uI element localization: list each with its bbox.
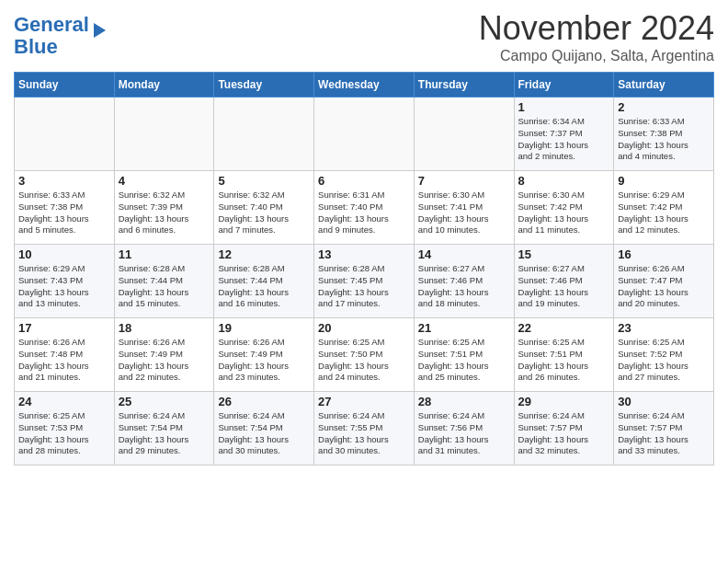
day-number: 25 — [119, 395, 210, 408]
day-info: Sunrise: 6:34 AM Sunset: 7:37 PM Dayligh… — [518, 116, 610, 163]
day-info: Sunrise: 6:24 AM Sunset: 7:57 PM Dayligh… — [518, 410, 610, 457]
day-number: 8 — [518, 174, 610, 188]
logo-blue: Blue — [14, 35, 58, 58]
calendar-cell: 16Sunrise: 6:26 AM Sunset: 7:47 PM Dayli… — [614, 245, 714, 318]
day-info: Sunrise: 6:26 AM Sunset: 7:47 PM Dayligh… — [618, 263, 710, 310]
day-number: 13 — [318, 247, 410, 261]
calendar-week-4: 17Sunrise: 6:26 AM Sunset: 7:48 PM Dayli… — [15, 318, 714, 392]
weekday-header-row: SundayMondayTuesdayWednesdayThursdayFrid… — [15, 73, 714, 98]
calendar-cell: 24Sunrise: 6:25 AM Sunset: 7:53 PM Dayli… — [15, 392, 115, 465]
calendar-cell: 3Sunrise: 6:33 AM Sunset: 7:38 PM Daylig… — [15, 171, 115, 245]
day-info: Sunrise: 6:33 AM Sunset: 7:38 PM Dayligh… — [18, 190, 110, 236]
day-info: Sunrise: 6:26 AM Sunset: 7:48 PM Dayligh… — [18, 337, 110, 384]
calendar-cell: 22Sunrise: 6:25 AM Sunset: 7:51 PM Dayli… — [514, 318, 614, 392]
calendar-cell: 6Sunrise: 6:31 AM Sunset: 7:40 PM Daylig… — [314, 171, 415, 245]
day-info: Sunrise: 6:25 AM Sunset: 7:50 PM Dayligh… — [318, 337, 410, 384]
day-info: Sunrise: 6:25 AM Sunset: 7:53 PM Dayligh… — [18, 410, 110, 457]
calendar-cell — [414, 98, 514, 171]
weekday-monday: Monday — [114, 73, 214, 98]
day-info: Sunrise: 6:30 AM Sunset: 7:41 PM Dayligh… — [418, 190, 510, 236]
day-number: 16 — [618, 247, 710, 261]
month-title: November 2024 — [479, 9, 714, 48]
calendar-header: SundayMondayTuesdayWednesdayThursdayFrid… — [15, 73, 714, 98]
day-info: Sunrise: 6:25 AM Sunset: 7:51 PM Dayligh… — [418, 337, 510, 384]
calendar-cell: 23Sunrise: 6:25 AM Sunset: 7:52 PM Dayli… — [614, 318, 714, 392]
header: General Blue November 2024 Campo Quijano… — [14, 9, 714, 64]
day-number: 5 — [218, 174, 310, 188]
calendar-cell — [114, 98, 214, 171]
day-info: Sunrise: 6:31 AM Sunset: 7:40 PM Dayligh… — [318, 190, 410, 236]
calendar-cell: 1Sunrise: 6:34 AM Sunset: 7:37 PM Daylig… — [514, 98, 614, 171]
logo-general: General — [14, 13, 89, 36]
calendar-cell: 2Sunrise: 6:33 AM Sunset: 7:38 PM Daylig… — [614, 98, 714, 171]
calendar-cell: 5Sunrise: 6:32 AM Sunset: 7:40 PM Daylig… — [214, 171, 314, 245]
day-info: Sunrise: 6:29 AM Sunset: 7:42 PM Dayligh… — [618, 190, 710, 236]
calendar-cell: 10Sunrise: 6:29 AM Sunset: 7:43 PM Dayli… — [15, 245, 115, 318]
calendar-cell: 20Sunrise: 6:25 AM Sunset: 7:50 PM Dayli… — [314, 318, 415, 392]
day-number: 30 — [618, 395, 710, 408]
day-info: Sunrise: 6:27 AM Sunset: 7:46 PM Dayligh… — [418, 263, 510, 310]
calendar-table: SundayMondayTuesdayWednesdayThursdayFrid… — [14, 72, 714, 465]
calendar-cell: 12Sunrise: 6:28 AM Sunset: 7:44 PM Dayli… — [214, 245, 314, 318]
calendar-cell: 26Sunrise: 6:24 AM Sunset: 7:54 PM Dayli… — [214, 392, 314, 465]
calendar-week-2: 3Sunrise: 6:33 AM Sunset: 7:38 PM Daylig… — [15, 171, 714, 245]
day-number: 20 — [318, 321, 410, 335]
day-info: Sunrise: 6:25 AM Sunset: 7:52 PM Dayligh… — [618, 337, 710, 384]
weekday-thursday: Thursday — [414, 73, 514, 98]
day-info: Sunrise: 6:24 AM Sunset: 7:56 PM Dayligh… — [418, 410, 510, 457]
weekday-wednesday: Wednesday — [314, 73, 415, 98]
calendar-cell: 28Sunrise: 6:24 AM Sunset: 7:56 PM Dayli… — [414, 392, 514, 465]
calendar-cell: 29Sunrise: 6:24 AM Sunset: 7:57 PM Dayli… — [514, 392, 614, 465]
day-number: 21 — [418, 321, 510, 335]
calendar-body: 1Sunrise: 6:34 AM Sunset: 7:37 PM Daylig… — [15, 98, 714, 465]
calendar-cell: 7Sunrise: 6:30 AM Sunset: 7:41 PM Daylig… — [414, 171, 514, 245]
day-info: Sunrise: 6:28 AM Sunset: 7:44 PM Dayligh… — [119, 263, 210, 310]
weekday-friday: Friday — [514, 73, 614, 98]
day-number: 12 — [218, 247, 310, 261]
day-number: 15 — [518, 247, 610, 261]
title-area: November 2024 Campo Quijano, Salta, Arge… — [479, 9, 714, 64]
calendar-cell: 17Sunrise: 6:26 AM Sunset: 7:48 PM Dayli… — [15, 318, 115, 392]
calendar-cell: 15Sunrise: 6:27 AM Sunset: 7:46 PM Dayli… — [514, 245, 614, 318]
day-number: 1 — [518, 100, 610, 114]
day-number: 4 — [119, 174, 210, 188]
day-number: 27 — [318, 395, 410, 408]
calendar-cell: 13Sunrise: 6:28 AM Sunset: 7:45 PM Dayli… — [314, 245, 415, 318]
logo-text: General Blue — [14, 14, 106, 58]
day-info: Sunrise: 6:26 AM Sunset: 7:49 PM Dayligh… — [119, 337, 210, 384]
day-number: 9 — [618, 174, 710, 188]
day-number: 28 — [418, 395, 510, 408]
day-number: 7 — [418, 174, 510, 188]
calendar-cell — [214, 98, 314, 171]
calendar-cell: 30Sunrise: 6:24 AM Sunset: 7:57 PM Dayli… — [614, 392, 714, 465]
day-number: 18 — [119, 321, 210, 335]
calendar-cell: 27Sunrise: 6:24 AM Sunset: 7:55 PM Dayli… — [314, 392, 415, 465]
day-number: 29 — [518, 395, 610, 408]
day-info: Sunrise: 6:24 AM Sunset: 7:55 PM Dayligh… — [318, 410, 410, 457]
calendar-cell: 9Sunrise: 6:29 AM Sunset: 7:42 PM Daylig… — [614, 171, 714, 245]
day-info: Sunrise: 6:27 AM Sunset: 7:46 PM Dayligh… — [518, 263, 610, 310]
day-number: 23 — [618, 321, 710, 335]
day-info: Sunrise: 6:25 AM Sunset: 7:51 PM Dayligh… — [518, 337, 610, 384]
day-number: 3 — [18, 174, 110, 188]
day-info: Sunrise: 6:28 AM Sunset: 7:44 PM Dayligh… — [218, 263, 310, 310]
calendar-cell: 11Sunrise: 6:28 AM Sunset: 7:44 PM Dayli… — [114, 245, 214, 318]
calendar-cell: 4Sunrise: 6:32 AM Sunset: 7:39 PM Daylig… — [114, 171, 214, 245]
calendar-cell: 25Sunrise: 6:24 AM Sunset: 7:54 PM Dayli… — [114, 392, 214, 465]
calendar-cell — [15, 98, 115, 171]
day-info: Sunrise: 6:24 AM Sunset: 7:54 PM Dayligh… — [218, 410, 310, 457]
calendar-cell: 8Sunrise: 6:30 AM Sunset: 7:42 PM Daylig… — [514, 171, 614, 245]
day-number: 6 — [318, 174, 410, 188]
day-info: Sunrise: 6:32 AM Sunset: 7:40 PM Dayligh… — [218, 190, 310, 236]
weekday-sunday: Sunday — [15, 73, 115, 98]
calendar-week-1: 1Sunrise: 6:34 AM Sunset: 7:37 PM Daylig… — [15, 98, 714, 171]
calendar-week-3: 10Sunrise: 6:29 AM Sunset: 7:43 PM Dayli… — [15, 245, 714, 318]
day-number: 10 — [18, 247, 110, 261]
day-info: Sunrise: 6:32 AM Sunset: 7:39 PM Dayligh… — [119, 190, 210, 236]
day-info: Sunrise: 6:33 AM Sunset: 7:38 PM Dayligh… — [618, 116, 710, 163]
day-number: 19 — [218, 321, 310, 335]
calendar-cell — [314, 98, 415, 171]
weekday-saturday: Saturday — [614, 73, 714, 98]
calendar-week-5: 24Sunrise: 6:25 AM Sunset: 7:53 PM Dayli… — [15, 392, 714, 465]
day-number: 17 — [18, 321, 110, 335]
